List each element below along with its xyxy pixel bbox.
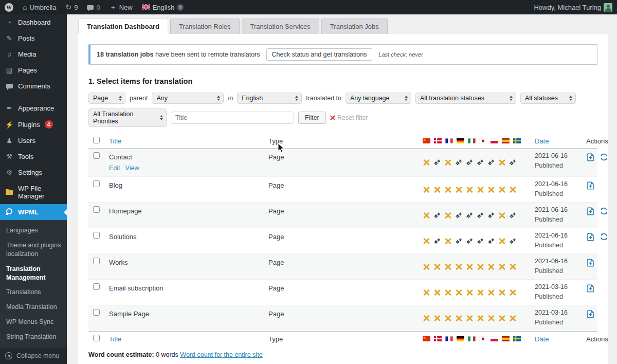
row-checkbox[interactable] — [93, 180, 100, 187]
not-translated-icon[interactable] — [423, 212, 430, 219]
collapse-menu-button[interactable]: ◀ Collapse menu — [0, 348, 67, 364]
row-view-link[interactable]: View — [125, 165, 139, 172]
submenu-item-languages[interactable]: Languages — [0, 223, 67, 238]
translation-in-progress-icon[interactable] — [466, 212, 473, 219]
translation-in-progress-icon[interactable] — [487, 212, 495, 219]
add-to-basket-icon[interactable] — [586, 258, 595, 275]
type-select[interactable]: Page — [88, 93, 125, 104]
translation-in-progress-icon[interactable] — [433, 212, 441, 219]
translation-in-progress-icon[interactable] — [433, 238, 441, 244]
word-count-link[interactable]: Word count for the entire site — [180, 351, 262, 358]
sync-translation-icon[interactable] — [600, 232, 608, 249]
not-translated-icon[interactable] — [423, 264, 430, 270]
not-translated-icon[interactable] — [423, 315, 430, 321]
not-translated-icon[interactable] — [498, 289, 505, 296]
row-checkbox[interactable] — [93, 152, 100, 159]
not-translated-icon[interactable] — [455, 289, 462, 296]
source-language-select[interactable]: English — [237, 93, 302, 104]
sidebar-item-posts[interactable]: ✎Posts — [0, 30, 67, 46]
not-translated-icon[interactable] — [477, 264, 484, 270]
reset-filter-link[interactable]: Reset filter — [330, 114, 368, 121]
select-all-checkbox[interactable] — [93, 335, 100, 341]
sidebar-item-plugins[interactable]: ⚡Plugins4 — [0, 116, 67, 133]
submenu-item-string-translation[interactable]: String Translation — [0, 330, 67, 344]
tab-translation-services[interactable]: Translation Services — [242, 19, 319, 34]
priority-select[interactable]: All Translation Priorities — [88, 108, 167, 127]
post-status-select[interactable]: All statuses — [520, 93, 576, 104]
translation-in-progress-icon[interactable] — [509, 212, 516, 219]
not-translated-icon[interactable] — [498, 159, 505, 166]
sync-translation-icon[interactable] — [600, 153, 608, 172]
not-translated-icon[interactable] — [466, 289, 473, 296]
not-translated-icon[interactable] — [423, 187, 430, 193]
filter-button[interactable]: Filter — [298, 112, 326, 124]
add-to-basket-icon[interactable] — [586, 232, 595, 249]
row-checkbox[interactable] — [93, 232, 100, 239]
not-translated-icon[interactable] — [433, 289, 441, 296]
updates-menu[interactable]: ↻ 9 — [61, 0, 82, 14]
translation-in-progress-icon[interactable] — [509, 238, 516, 244]
language-switcher-menu[interactable]: English ? — [137, 0, 189, 14]
sidebar-item-pages[interactable]: ▤Pages — [0, 62, 67, 78]
not-translated-icon[interactable] — [433, 315, 441, 321]
not-translated-icon[interactable] — [487, 264, 495, 270]
not-translated-icon[interactable] — [509, 315, 516, 321]
add-to-basket-icon[interactable] — [586, 310, 595, 326]
target-language-select[interactable]: Any language — [346, 93, 411, 104]
not-translated-icon[interactable] — [509, 187, 516, 193]
translation-in-progress-icon[interactable] — [477, 212, 484, 219]
submenu-item-wp-menus-sync[interactable]: WP Menus Sync — [0, 315, 67, 330]
not-translated-icon[interactable] — [498, 264, 505, 270]
tab-translation-jobs[interactable]: Translation Jobs — [321, 19, 388, 34]
row-checkbox[interactable] — [93, 309, 100, 316]
title-column-header[interactable]: Title — [109, 335, 268, 343]
account-menu[interactable]: Howdy, Michael Turing — [529, 0, 617, 14]
not-translated-icon[interactable] — [455, 264, 462, 270]
sidebar-item-comments[interactable]: Comments — [0, 78, 67, 94]
row-checkbox[interactable] — [93, 258, 100, 264]
select-all-checkbox[interactable] — [93, 137, 100, 143]
not-translated-icon[interactable] — [444, 315, 451, 321]
sidebar-item-appearance[interactable]: ✒Appearance — [0, 100, 67, 116]
not-translated-icon[interactable] — [444, 187, 451, 193]
not-translated-icon[interactable] — [455, 187, 462, 193]
sidebar-item-users[interactable]: ♟Users — [0, 133, 67, 149]
not-translated-icon[interactable] — [423, 238, 430, 244]
site-name-menu[interactable]: ⌂ Umbrella — [18, 0, 61, 14]
not-translated-icon[interactable] — [444, 212, 451, 219]
sidebar-item-tools[interactable]: ⚒Tools — [0, 149, 67, 165]
sync-translation-icon[interactable] — [600, 207, 608, 223]
not-translated-icon[interactable] — [487, 187, 495, 193]
translation-in-progress-icon[interactable] — [466, 159, 473, 166]
not-translated-icon[interactable] — [477, 315, 484, 321]
not-translated-icon[interactable] — [466, 264, 473, 270]
translation-in-progress-icon[interactable] — [455, 238, 462, 244]
not-translated-icon[interactable] — [498, 187, 505, 193]
add-to-basket-icon[interactable] — [586, 284, 595, 300]
not-translated-icon[interactable] — [509, 264, 516, 270]
date-column-header[interactable]: Date — [535, 335, 586, 343]
parent-select[interactable]: Any — [152, 93, 224, 104]
not-translated-icon[interactable] — [498, 212, 505, 219]
date-column-header[interactable]: Date — [535, 137, 586, 145]
translation-in-progress-icon[interactable] — [477, 238, 484, 244]
translation-in-progress-icon[interactable] — [487, 159, 495, 166]
check-status-button[interactable]: Check status and get translations — [266, 48, 373, 61]
not-translated-icon[interactable] — [466, 187, 473, 193]
not-translated-icon[interactable] — [444, 264, 451, 270]
not-translated-icon[interactable] — [423, 159, 430, 166]
translation-in-progress-icon[interactable] — [477, 159, 484, 166]
sidebar-item-settings[interactable]: ⚙Settings — [0, 165, 67, 180]
new-content-menu[interactable]: ＋ New — [105, 0, 137, 14]
submenu-item-media-translation[interactable]: Media Translation — [0, 300, 67, 315]
add-to-basket-icon[interactable] — [586, 207, 595, 223]
not-translated-icon[interactable] — [477, 289, 484, 296]
not-translated-icon[interactable] — [477, 187, 484, 193]
row-checkbox[interactable] — [93, 283, 100, 290]
not-translated-icon[interactable] — [498, 315, 505, 321]
sidebar-item-wp-file-manager[interactable]: WP File Manager — [0, 180, 67, 204]
not-translated-icon[interactable] — [487, 289, 495, 296]
wordpress-menu[interactable]: W — [0, 0, 18, 14]
not-translated-icon[interactable] — [433, 187, 441, 193]
submenu-item-theme-and-plugins-localization[interactable]: Theme and plugins localization — [0, 238, 67, 262]
